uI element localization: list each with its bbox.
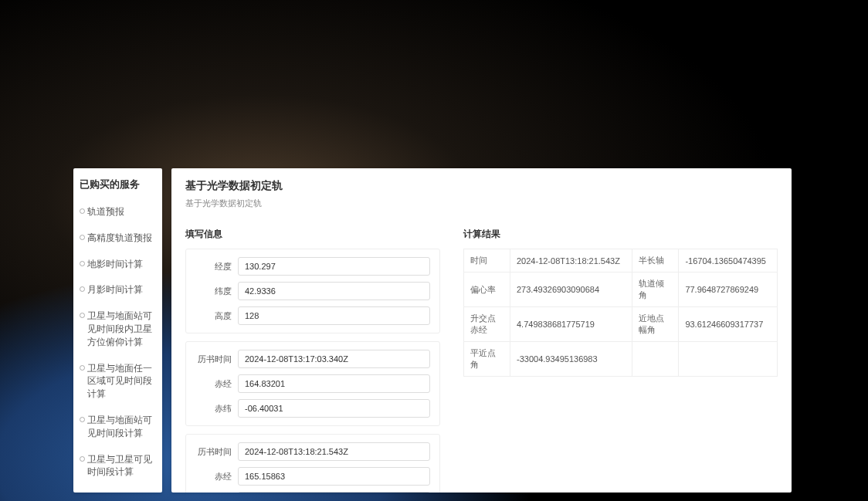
result-label: 偏心率	[464, 273, 510, 307]
result-value: 273.49326903090684	[510, 273, 632, 307]
altitude-input[interactable]	[238, 306, 430, 325]
sidebar-item[interactable]: 卫星与地面站可见时间段计算	[80, 408, 156, 447]
form-group-obs1: 历书时间 赤经 赤纬	[185, 341, 440, 426]
dec-label: 赤纬	[195, 403, 238, 415]
sidebar-item[interactable]: 卫星与卫星可见时间段计算	[80, 447, 156, 486]
table-row: 偏心率 273.49326903090684 轨道倾角 77.964872786…	[464, 273, 778, 307]
result-value: 93.61246609317737	[679, 307, 778, 342]
longitude-label: 经度	[195, 261, 238, 273]
result-label: 升交点赤经	[464, 307, 510, 342]
dec-input[interactable]	[238, 492, 430, 493]
form-group-obs2: 历书时间 赤经 赤纬	[185, 434, 440, 493]
result-value: -33004.93495136983	[510, 342, 632, 377]
epoch-label: 历书时间	[195, 446, 238, 458]
form-column: 填写信息 经度 纬度 高度	[185, 228, 440, 493]
sidebar-item[interactable]: 地影时间计算	[80, 252, 156, 278]
longitude-input[interactable]	[238, 257, 430, 276]
ra-label: 赤经	[195, 378, 238, 390]
sidebar-item[interactable]: 卫星与地面站可见时间段内卫星方位俯仰计算	[80, 303, 156, 355]
latitude-input[interactable]	[238, 282, 430, 300]
page-title: 基于光学数据初定轨	[185, 179, 778, 193]
epoch-input[interactable]	[238, 442, 430, 461]
main-panel: 基于光学数据初定轨 基于光学数据初定轨 填写信息 经度 纬度 高度	[171, 168, 792, 493]
result-value: 77.9648727869249	[679, 273, 778, 307]
dec-input[interactable]	[238, 399, 430, 418]
epoch-input[interactable]	[238, 350, 430, 368]
table-row: 平近点角 -33004.93495136983	[464, 342, 778, 377]
table-row: 时间 2024-12-08T13:18:21.543Z 半长轴 -16704.1…	[464, 249, 778, 273]
sidebar-title: 已购买的服务	[80, 178, 156, 191]
latitude-label: 纬度	[195, 286, 238, 297]
epoch-label: 历书时间	[195, 354, 238, 365]
ra-label: 赤经	[195, 471, 238, 482]
altitude-label: 高度	[195, 310, 238, 322]
result-section-title: 计算结果	[463, 228, 778, 241]
result-label: 近地点幅角	[632, 307, 679, 342]
page-subtitle: 基于光学数据初定轨	[185, 198, 778, 217]
result-label: 轨道倾角	[632, 273, 679, 307]
sidebar: 已购买的服务 轨道预报 高精度轨道预报 地影时间计算 月影时间计算 卫星与地面站…	[73, 168, 162, 493]
sidebar-item[interactable]: 高精度轨道预报	[80, 225, 156, 252]
form-section-title: 填写信息	[185, 228, 440, 241]
result-column: 计算结果 时间 2024-12-08T13:18:21.543Z 半长轴 -16…	[463, 228, 778, 493]
result-value: -16704.13650474395	[679, 249, 778, 273]
sidebar-item[interactable]: 月影时间计算	[80, 277, 156, 303]
result-value: 4.749838681775719	[510, 307, 632, 342]
table-row: 升交点赤经 4.749838681775719 近地点幅角 93.6124660…	[464, 307, 778, 342]
sidebar-item[interactable]: 轨道预报	[80, 199, 156, 225]
form-group-position: 经度 纬度 高度	[185, 249, 440, 333]
result-value: 2024-12-08T13:18:21.543Z	[510, 249, 632, 273]
sidebar-item[interactable]: 卫星星下点计算	[80, 486, 156, 493]
result-label: 半长轴	[632, 249, 679, 273]
ra-input[interactable]	[238, 374, 430, 393]
result-table: 时间 2024-12-08T13:18:21.543Z 半长轴 -16704.1…	[463, 249, 778, 377]
ra-input[interactable]	[238, 467, 430, 486]
result-label: 时间	[464, 249, 510, 273]
result-label: 平近点角	[464, 342, 510, 377]
sidebar-item[interactable]: 卫星与地面任一区域可见时间段计算	[80, 356, 156, 408]
